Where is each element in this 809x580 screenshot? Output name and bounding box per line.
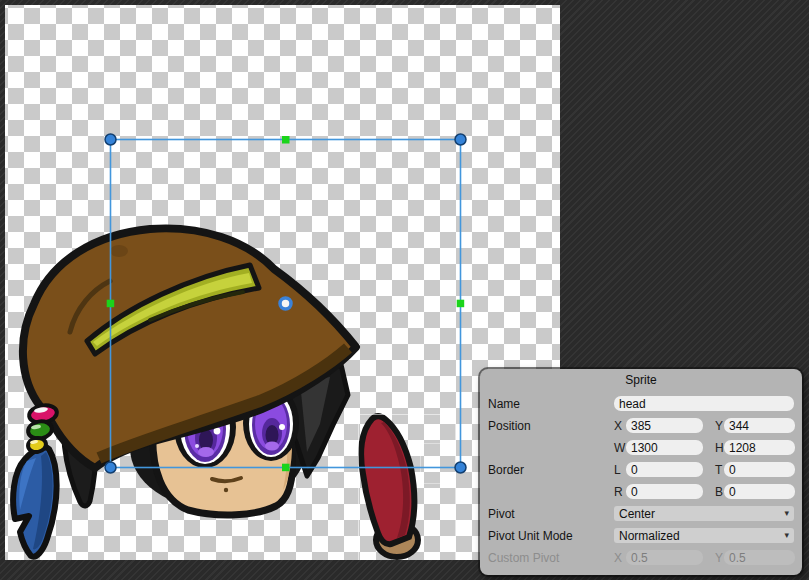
h-axis-label: H [715, 441, 724, 455]
position-w-input[interactable] [626, 440, 703, 455]
edge-handle-right[interactable] [457, 300, 465, 308]
corner-handle-bottom-left[interactable] [105, 462, 116, 473]
sprite-editor-view: Sprite Name Position X Y W H Border L T [0, 0, 809, 580]
name-input[interactable] [614, 396, 794, 411]
dropdown-arrow-icon: ▾ [784, 509, 789, 518]
x-axis-label: X [614, 419, 626, 433]
y-axis-label: Y [715, 419, 724, 433]
pivot-dropdown-value: Center [619, 507, 655, 521]
border-l-input[interactable] [626, 462, 703, 477]
pivot-unit-mode-row: Pivot Unit Mode Normalized ▾ [488, 528, 794, 543]
custom-pivot-x-input [626, 550, 703, 565]
corner-handle-bottom-right[interactable] [455, 462, 466, 473]
pivot-row: Pivot Center ▾ [488, 506, 794, 521]
custom-pivot-x-axis-label: X [614, 551, 626, 565]
dropdown-arrow-icon: ▾ [784, 531, 789, 540]
w-axis-label: W [614, 441, 626, 455]
pivot-unit-mode-dropdown-value: Normalized [619, 529, 680, 543]
corner-handle-top-left[interactable] [105, 134, 116, 145]
b-axis-label: B [715, 485, 724, 499]
pivot-unit-mode-dropdown[interactable]: Normalized ▾ [614, 528, 794, 543]
border-label: Border [488, 463, 614, 477]
texture-canvas[interactable] [5, 5, 560, 560]
edge-handle-top[interactable] [282, 136, 290, 144]
corner-handle-top-right[interactable] [455, 134, 466, 145]
custom-pivot-y-input [724, 550, 795, 565]
position-label: Position [488, 419, 614, 433]
sprite-inspector-panel: Sprite Name Position X Y W H Border L T [480, 369, 802, 575]
border-r-input[interactable] [626, 484, 703, 499]
panel-title: Sprite [488, 373, 794, 387]
position-y-input[interactable] [724, 418, 795, 433]
border-b-input[interactable] [724, 484, 795, 499]
sprite-rect-outline[interactable] [421, 444, 456, 484]
border-lt-row: Border L T [488, 462, 794, 477]
position-h-input[interactable] [724, 440, 795, 455]
pivot-unit-mode-label: Pivot Unit Mode [488, 529, 614, 543]
edge-handle-bottom[interactable] [282, 464, 290, 472]
border-rb-row: R B [488, 484, 794, 499]
chin-dot [224, 488, 228, 492]
custom-pivot-row: Custom Pivot X Y [488, 550, 794, 565]
position-x-input[interactable] [626, 418, 703, 433]
l-axis-label: L [614, 463, 626, 477]
custom-pivot-y-axis-label: Y [715, 551, 724, 565]
position-xy-row: Position X Y [488, 418, 794, 433]
name-label: Name [488, 397, 614, 411]
name-row: Name [488, 396, 794, 411]
border-t-input[interactable] [724, 462, 795, 477]
position-wh-row: W H [488, 440, 794, 455]
sprite-artwork [5, 5, 560, 560]
t-axis-label: T [715, 463, 724, 477]
pivot-dropdown[interactable]: Center ▾ [614, 506, 794, 521]
r-axis-label: R [614, 485, 626, 499]
custom-pivot-label: Custom Pivot [488, 551, 614, 565]
hat-smudge [110, 245, 128, 257]
edge-handle-left[interactable] [107, 300, 115, 308]
pivot-indicator[interactable] [280, 298, 291, 309]
pivot-label: Pivot [488, 507, 614, 521]
